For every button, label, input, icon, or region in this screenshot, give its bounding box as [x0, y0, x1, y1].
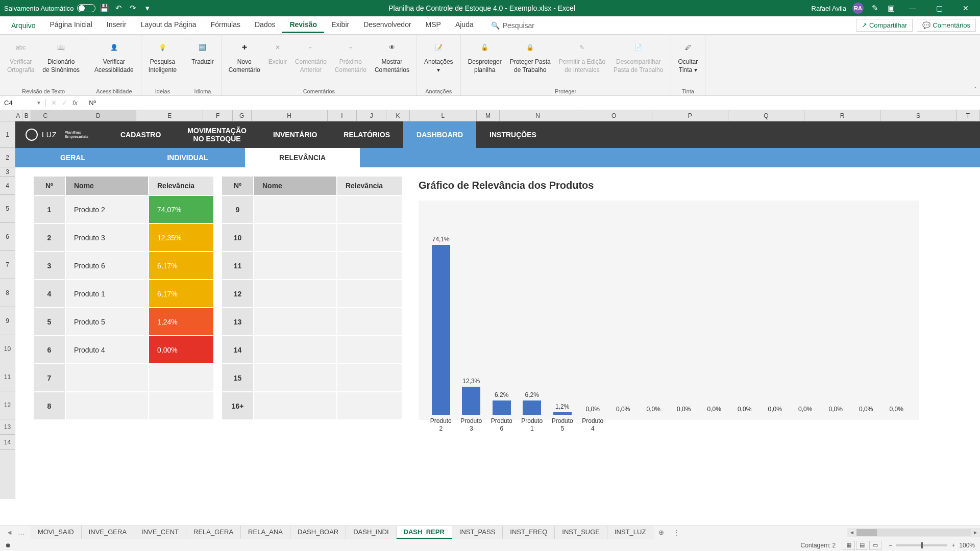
tab-scroll-menu-icon[interactable]: ⋮ [669, 529, 684, 536]
sheet-tab[interactable]: INVE_CENT [134, 526, 186, 539]
ribbon-cmd[interactable]: 👤VerificarAcessibilidade [91, 38, 137, 75]
add-sheet-button[interactable]: ⊕ [653, 527, 669, 538]
cell-number[interactable]: 1 [34, 195, 66, 223]
worksheet[interactable]: LUZ PlanilhasEmpresariais CADASTROMOVIME… [15, 121, 980, 499]
cell-relevance[interactable] [337, 251, 402, 279]
cell-relevance[interactable] [337, 223, 402, 251]
nav-primary-item[interactable]: MOVIMENTAÇÃONO ESTOQUE [174, 121, 260, 148]
ribbon-cmd[interactable]: 🔤Traduzir [188, 38, 217, 67]
redo-icon[interactable]: ↷ [128, 3, 138, 13]
column-header[interactable]: H [252, 110, 328, 121]
ribbon-tab-desenvolvedor[interactable]: Desenvolvedor [356, 17, 418, 33]
column-header[interactable]: Q [728, 110, 804, 121]
normal-view-button[interactable]: ▦ [843, 541, 855, 550]
cell-name[interactable] [254, 279, 337, 307]
avatar[interactable]: RA [852, 3, 864, 14]
cell-relevance[interactable]: 6,17% [149, 279, 213, 307]
draw-icon[interactable]: ✎ [870, 3, 880, 13]
row-header[interactable]: 5 [0, 195, 15, 223]
ribbon-cmd[interactable]: 📖Dicionáriode Sinônimos [39, 38, 83, 75]
row-header[interactable]: 10 [0, 335, 15, 363]
cell-name[interactable]: Produto 5 [66, 307, 149, 335]
column-header[interactable]: B [22, 110, 31, 121]
page-break-view-button[interactable]: ▭ [869, 541, 881, 550]
ribbon-tab-dados[interactable]: Dados [248, 17, 282, 33]
fx-icon[interactable]: fx [72, 99, 78, 107]
cell-relevance[interactable] [149, 391, 213, 419]
close-button[interactable]: ✕ [955, 0, 976, 16]
nav-primary-item[interactable]: INSTRUÇÕES [476, 121, 550, 148]
cell-name[interactable]: Produto 6 [66, 251, 149, 279]
ribbon-mode-icon[interactable]: ▣ [886, 3, 896, 13]
cell-relevance[interactable] [337, 363, 402, 391]
accept-formula-icon[interactable]: ✓ [62, 99, 67, 107]
cell-name[interactable] [254, 223, 337, 251]
cell-relevance[interactable] [337, 279, 402, 307]
cell-number[interactable]: 7 [34, 363, 66, 391]
cell-name[interactable] [66, 391, 149, 419]
cell-number[interactable]: 15 [222, 363, 254, 391]
ribbon-cmd[interactable]: 🔒Proteger Pastade Trabalho [507, 38, 554, 75]
cell-number[interactable]: 12 [222, 279, 254, 307]
column-header[interactable]: I [328, 110, 357, 121]
cell-name[interactable] [254, 251, 337, 279]
sheet-tab[interactable]: INST_PASS [452, 526, 503, 539]
cell-number[interactable]: 6 [34, 335, 66, 363]
column-header[interactable]: E [136, 110, 203, 121]
tab-scroll-first-icon[interactable]: ◄ [4, 528, 15, 537]
sheet-tab[interactable]: INVE_GERA [82, 526, 134, 539]
column-header[interactable]: F [203, 110, 233, 121]
column-header[interactable]: S [880, 110, 957, 121]
nav-secondary-item[interactable]: GERAL [15, 148, 130, 167]
column-header[interactable]: D [60, 110, 136, 121]
cell-number[interactable]: 3 [34, 251, 66, 279]
row-header[interactable]: 14 [0, 435, 15, 450]
row-header[interactable]: 3 [0, 167, 15, 177]
column-header[interactable]: C [31, 110, 61, 121]
name-box[interactable]: C4▼ [0, 99, 46, 107]
column-header[interactable]: G [233, 110, 252, 121]
qat-more-icon[interactable]: ▾ [142, 3, 153, 13]
cell-relevance[interactable] [337, 195, 402, 223]
sheet-tab[interactable]: RELA_ANA [241, 526, 290, 539]
file-tab[interactable]: Arquivo [4, 18, 42, 33]
cell-relevance[interactable] [149, 363, 213, 391]
nav-primary-item[interactable]: RELATÓRIOS [330, 121, 403, 148]
tab-scroll-prev-icon[interactable]: … [16, 528, 27, 537]
page-layout-view-button[interactable]: ▤ [856, 541, 868, 550]
nav-secondary-item[interactable]: RELEVÂNCIA [245, 148, 360, 167]
ribbon-cmd[interactable]: 📝Anotações▾ [421, 38, 456, 75]
sheet-tab[interactable]: MOVI_SAID [31, 526, 82, 539]
cell-number[interactable]: 13 [222, 307, 254, 335]
cell-number[interactable]: 4 [34, 279, 66, 307]
ribbon-cmd[interactable]: 🔓Desprotegerplanilha [465, 38, 505, 75]
ribbon-tab-f-rmulas[interactable]: Fórmulas [204, 17, 248, 33]
cell-name[interactable] [254, 307, 337, 335]
cancel-formula-icon[interactable]: ✕ [51, 99, 57, 107]
cell-relevance[interactable]: 74,07% [149, 195, 213, 223]
row-header[interactable]: 1 [0, 121, 15, 148]
cell-relevance[interactable]: 1,24% [149, 307, 213, 335]
maximize-button[interactable]: ▢ [929, 0, 949, 16]
cell-name[interactable]: Produto 1 [66, 279, 149, 307]
sheet-tab[interactable]: INST_LUZ [607, 526, 653, 539]
formula-input[interactable]: Nº [83, 99, 96, 107]
row-header[interactable]: 9 [0, 307, 15, 335]
row-header[interactable]: 4 [0, 177, 15, 195]
ribbon-cmd[interactable]: ✚NovoComentário [226, 38, 263, 75]
column-header[interactable]: M [477, 110, 500, 121]
horizontal-scrollbar[interactable]: ◄► [847, 528, 980, 537]
cell-name[interactable]: Produto 3 [66, 223, 149, 251]
cell-name[interactable] [254, 195, 337, 223]
select-all-corner[interactable] [0, 110, 14, 121]
ribbon-tab-layout-da-p-gina[interactable]: Layout da Página [134, 17, 204, 33]
ribbon-tab-p-gina-inicial[interactable]: Página Inicial [42, 17, 99, 33]
save-icon[interactable]: 💾 [100, 3, 110, 13]
nav-primary-item[interactable]: INVENTÁRIO [260, 121, 330, 148]
cell-relevance[interactable] [337, 335, 402, 363]
cell-relevance[interactable]: 12,35% [149, 223, 213, 251]
row-header[interactable]: 8 [0, 279, 15, 307]
ribbon-tab-revis-o[interactable]: Revisão [282, 17, 324, 33]
share-button[interactable]: ↗ Compartilhar [856, 19, 913, 32]
row-header[interactable]: 13 [0, 419, 15, 435]
